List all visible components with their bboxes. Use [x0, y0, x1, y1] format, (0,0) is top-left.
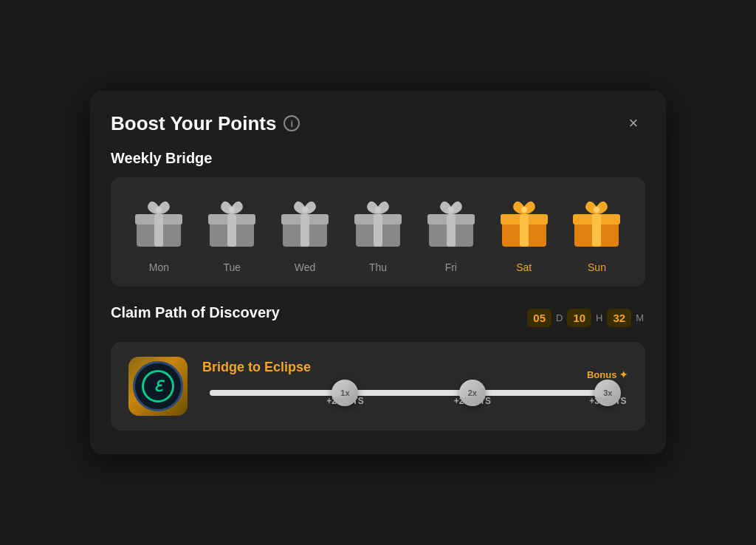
day-item-tue: Tue: [202, 193, 261, 273]
day-label-thu: Thu: [369, 261, 387, 273]
svg-point-7: [229, 207, 235, 213]
slider-node-2: 2x +250PTS: [459, 380, 486, 406]
day-label-wed: Wed: [295, 261, 316, 273]
day-item-mon: Mon: [129, 193, 188, 273]
minutes-sep: M: [634, 312, 645, 323]
node-label-3: +300PTS: [589, 396, 626, 406]
slider-fill: [210, 390, 620, 396]
svg-point-15: [375, 207, 381, 213]
slider-container: Bonus ✦ 1x +200PTS 2x +250PTS: [202, 390, 628, 414]
svg-rect-14: [374, 214, 382, 247]
gift-icon-sun: [567, 193, 626, 256]
bridge-title: Bridge to Eclipse: [202, 360, 628, 375]
svg-rect-2: [154, 214, 163, 247]
info-icon[interactable]: i: [284, 115, 300, 131]
gift-icon-fri: [422, 193, 481, 256]
day-label-sat: Sat: [516, 261, 532, 273]
claim-path-title: Claim Path of Discovery: [111, 304, 280, 321]
node-label-2: +250PTS: [454, 396, 491, 406]
title-text: Boost Your Points: [111, 112, 276, 135]
node-label-1: +200PTS: [326, 396, 363, 406]
timer-hours: 10: [567, 309, 591, 327]
bridge-title-suffix: to Eclipse: [248, 360, 311, 374]
hours-sep: H: [594, 312, 604, 323]
boost-modal: Boost Your Points i × Weekly Bridge: [90, 91, 666, 454]
claim-path-section: Claim Path of Discovery 05 D 10 H 32 M Ɛ…: [111, 304, 645, 431]
slider-node-3: 3x +300PTS: [594, 380, 621, 406]
gift-icon-wed: [275, 193, 334, 256]
gift-icon-thu: [348, 193, 408, 256]
day-label-mon: Mon: [149, 261, 169, 273]
timer-minutes: 32: [607, 309, 631, 327]
svg-rect-6: [227, 214, 236, 247]
weekly-bridge-section: Weekly Bridge Mon: [111, 150, 645, 287]
slider-track: 1x +200PTS 2x +250PTS 3x +300PTS: [210, 390, 620, 396]
bonus-label: Bonus ✦: [587, 369, 628, 380]
svg-rect-18: [447, 214, 456, 247]
timer-group: 05 D 10 H 32 M: [527, 309, 645, 327]
day-label-fri: Fri: [445, 261, 457, 273]
weekly-bridge-title: Weekly Bridge: [111, 150, 645, 167]
close-button[interactable]: ×: [622, 112, 645, 135]
svg-point-23: [521, 207, 527, 213]
eclipse-logo: Ɛ: [128, 357, 188, 416]
svg-rect-10: [300, 214, 309, 247]
day-item-thu: Thu: [348, 193, 408, 273]
svg-point-27: [594, 207, 599, 213]
day-item-sat: Sat: [495, 193, 554, 273]
days-row: Mon Tue: [123, 193, 633, 273]
eclipse-logo-inner: Ɛ: [142, 370, 174, 402]
day-item-fri: Fri: [422, 193, 481, 273]
bridge-info: Bridge to Eclipse Bonus ✦ 1x +200PTS: [202, 360, 628, 414]
day-label-tue: Tue: [223, 261, 241, 273]
day-label-sun: Sun: [588, 261, 606, 273]
modal-title: Boost Your Points i: [111, 112, 300, 135]
days-sep: D: [554, 312, 564, 323]
slider-node-1: 1x +200PTS: [331, 380, 358, 406]
svg-rect-26: [592, 214, 601, 247]
day-item-wed: Wed: [275, 193, 334, 273]
bridge-title-prefix: Bridge: [202, 360, 248, 374]
svg-point-3: [156, 207, 162, 213]
day-item-sun: Sun: [567, 193, 626, 273]
bridge-card: Ɛ Bridge to Eclipse Bonus ✦: [111, 342, 645, 431]
eclipse-e-letter: Ɛ: [154, 377, 162, 395]
svg-point-19: [448, 207, 454, 213]
gift-icon-sat: [495, 193, 554, 256]
gift-icon-tue: [202, 193, 261, 256]
svg-point-11: [302, 207, 308, 213]
modal-header: Boost Your Points i ×: [111, 112, 645, 135]
weekly-bridge-card: Mon Tue: [111, 177, 645, 287]
timer-days: 05: [527, 309, 551, 327]
gift-icon-mon: [129, 193, 188, 256]
svg-rect-22: [520, 214, 529, 247]
claim-path-header: Claim Path of Discovery 05 D 10 H 32 M: [111, 304, 645, 332]
